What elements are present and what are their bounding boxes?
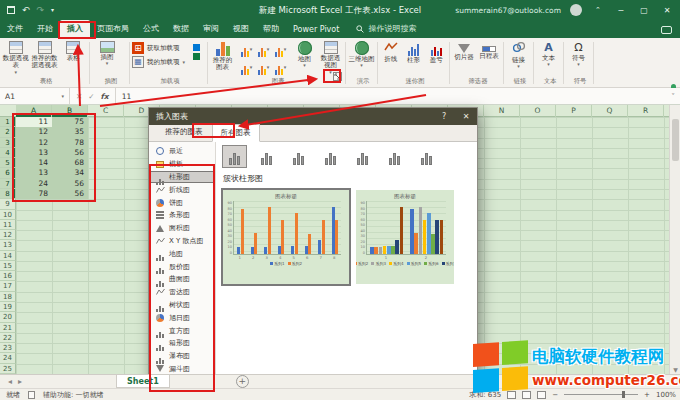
name-box[interactable]: A1 ▾: [0, 88, 70, 104]
chart-type-item-recent[interactable]: 最近: [149, 145, 215, 158]
redo-icon[interactable]: ↷: [37, 6, 45, 15]
save-icon[interactable]: [7, 6, 15, 14]
chart-type-item-surface[interactable]: 曲面图: [149, 273, 215, 286]
row-header-2[interactable]: 2: [0, 127, 16, 137]
avatar[interactable]: [570, 4, 582, 16]
store-blue-icon[interactable]: [193, 44, 200, 51]
comments-icon[interactable]: [661, 26, 672, 34]
dialog-tab-all-charts[interactable]: 所有图表: [212, 124, 260, 142]
cell-A5[interactable]: 14: [16, 158, 48, 168]
store-green-icon[interactable]: [193, 53, 200, 60]
table-button[interactable]: 表格: [59, 39, 87, 62]
slicer-button[interactable]: 切片器: [452, 39, 476, 61]
cell-B4[interactable]: 56: [52, 148, 84, 158]
spark-line-button[interactable]: 折线: [380, 39, 402, 63]
subtype-3d-100-stacked-column[interactable]: [382, 145, 407, 168]
text-button[interactable]: A文本▾: [536, 39, 561, 67]
undo-icon[interactable]: ↶: [22, 6, 30, 15]
column-header-N[interactable]: N: [484, 105, 520, 117]
name-box-dropdown-icon[interactable]: ▾: [61, 94, 64, 99]
qat-customize-icon[interactable]: ▾: [51, 7, 54, 13]
dialog-close-icon[interactable]: ✕: [455, 112, 477, 121]
addin-my-button[interactable]: ▦我的加载项▾: [132, 56, 185, 68]
row-header-8[interactable]: 8: [0, 189, 16, 199]
row-header-11[interactable]: 11: [0, 220, 16, 230]
row-header-17[interactable]: 17: [0, 281, 16, 291]
pivotchart-button[interactable]: 数据透视图▾: [318, 39, 343, 75]
row-header-14[interactable]: 14: [0, 251, 16, 261]
row-header-18[interactable]: 18: [0, 292, 16, 302]
ribbon-tab-7[interactable]: 视图: [226, 20, 256, 38]
insert-function-icon[interactable]: fx: [101, 92, 109, 101]
next-sheet-icon[interactable]: ▸: [18, 377, 22, 386]
cell-B5[interactable]: 68: [52, 158, 84, 168]
ribbon-tab-8[interactable]: 帮助: [256, 20, 286, 38]
pivottable-button[interactable]: 数据透视表▾: [2, 39, 30, 75]
ribbon-display-options-icon[interactable]: ⌃: [591, 6, 605, 14]
minimize-button[interactable]: ─: [614, 6, 628, 15]
ribbon-tab-0[interactable]: 文件: [0, 20, 30, 38]
sheet-tab-active[interactable]: Sheet1: [116, 375, 170, 388]
subtype-100-stacked-column[interactable]: [286, 145, 311, 168]
row-header-24[interactable]: 24: [0, 353, 16, 363]
ribbon-tab-4[interactable]: 公式: [136, 20, 166, 38]
maximize-button[interactable]: ▢: [637, 6, 651, 15]
bar-mini-button[interactable]: ▾: [238, 58, 255, 76]
row-header-19[interactable]: 19: [0, 302, 16, 312]
column-header-R[interactable]: R: [628, 105, 664, 117]
cell-A1[interactable]: 11: [16, 117, 48, 127]
area-mini-button[interactable]: ▾: [255, 58, 272, 76]
ribbon-tab-9[interactable]: Power Pivot: [286, 22, 346, 38]
column-header-Q[interactable]: Q: [592, 105, 628, 117]
row-header-23[interactable]: 23: [0, 343, 16, 353]
row-header-13[interactable]: 13: [0, 240, 16, 250]
link-button[interactable]: 链接▾: [506, 39, 531, 69]
pie-mini-button[interactable]: ▾: [272, 40, 289, 58]
row-header-25[interactable]: 25: [0, 364, 16, 374]
row-header-7[interactable]: 7: [0, 179, 16, 189]
page-break-view-icon[interactable]: [537, 391, 546, 399]
symbol-button[interactable]: Ω符号▾: [566, 39, 591, 67]
row-header-3[interactable]: 3: [0, 138, 16, 148]
zoom-slider[interactable]: [564, 394, 638, 395]
close-button[interactable]: ✕: [660, 6, 674, 15]
expand-formula-bar-icon[interactable]: ˅: [666, 88, 680, 104]
cell-A8[interactable]: 78: [16, 189, 48, 199]
subtype-3d-stacked-column[interactable]: [350, 145, 375, 168]
normal-view-icon[interactable]: [507, 391, 516, 399]
timeline-button[interactable]: 日程表: [477, 39, 501, 60]
cell-A7[interactable]: 24: [16, 179, 48, 189]
ribbon-tab-6[interactable]: 审阅: [196, 20, 226, 38]
chart-preview-1[interactable]: 图表标题908070605040302010012345678系列1系列2: [223, 190, 349, 284]
chart-type-item-column[interactable]: 柱形图: [149, 171, 215, 184]
row-header-5[interactable]: 5: [0, 158, 16, 168]
subtype-stacked-column[interactable]: [254, 145, 279, 168]
addin-get-button[interactable]: ⊞获取加载项: [132, 42, 180, 54]
chart-type-item-pie[interactable]: 饼图: [149, 196, 215, 209]
zoom-out-icon[interactable]: −: [552, 391, 558, 399]
column-header-C[interactable]: C: [88, 105, 124, 117]
column-header-B[interactable]: B: [52, 105, 88, 117]
subtype-3d-column[interactable]: [414, 145, 439, 168]
dialog-help-icon[interactable]: ?: [433, 112, 455, 121]
row-header-4[interactable]: 4: [0, 148, 16, 158]
cell-A3[interactable]: 12: [16, 138, 48, 148]
map-button[interactable]: 地图▾: [292, 39, 317, 68]
new-sheet-button[interactable]: +: [236, 375, 249, 388]
scatter-mini-button[interactable]: ▾: [272, 58, 289, 76]
page-layout-view-icon[interactable]: [522, 391, 531, 399]
row-header-22[interactable]: 22: [0, 333, 16, 343]
row-header-16[interactable]: 16: [0, 271, 16, 281]
column-header-A[interactable]: A: [16, 105, 52, 117]
chart-type-item-waterfall[interactable]: 瀑布图: [149, 350, 215, 363]
cell-B6[interactable]: 34: [52, 168, 84, 178]
cell-B7[interactable]: 56: [52, 179, 84, 189]
row-header-6[interactable]: 6: [0, 168, 16, 178]
chart-type-item-barh[interactable]: 条形图: [149, 209, 215, 222]
subtype-clustered-column[interactable]: [222, 145, 247, 168]
ribbon-tab-3[interactable]: 页面布局: [90, 20, 136, 38]
recchart-button[interactable]: 推荐的图表: [210, 39, 235, 72]
account-name[interactable]: summerain67@outlook.com: [455, 6, 561, 15]
column-header-P[interactable]: P: [556, 105, 592, 117]
cell-A4[interactable]: 13: [16, 148, 48, 158]
